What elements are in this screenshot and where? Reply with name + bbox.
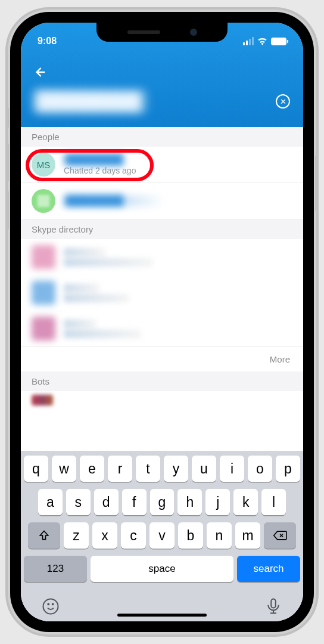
key-numeric[interactable]: 123 [24,556,87,582]
mute-switch [5,107,9,128]
svg-point-0 [43,599,58,614]
key-shift[interactable] [28,522,60,549]
kb-row-2: a s d f g h j k l [24,489,300,515]
section-people: People [21,127,303,147]
kb-row-1: q w e r t y u i o p [24,456,300,482]
contact-name [64,248,105,256]
avatar [32,245,55,269]
more-button[interactable]: More [21,347,303,371]
contact-subtitle [64,258,153,267]
key-q[interactable]: q [24,456,48,482]
key-s[interactable]: s [66,489,91,515]
svg-rect-3 [271,599,276,608]
people-row[interactable]: MS ████████ Chatted 2 days ago [21,147,303,183]
key-b[interactable]: b [178,522,203,549]
key-y[interactable]: y [164,456,188,482]
contact-name: ████████ [64,154,126,166]
key-n[interactable]: n [207,522,232,549]
key-a[interactable]: a [38,489,63,515]
clock: 9:08 [38,36,57,47]
cellular-icon [243,37,254,45]
directory-row[interactable] [21,275,303,311]
key-c[interactable]: c [121,522,146,549]
kb-row-4: 123 space search [24,556,300,582]
avatar [32,189,55,213]
key-r[interactable]: r [108,456,132,482]
volume-up [5,143,9,182]
kb-row-3: z x c v b n m [24,522,300,549]
avatar [32,395,53,405]
key-j[interactable]: j [205,489,230,515]
key-k[interactable]: k [233,489,258,515]
contact-name: ████████ [64,195,165,207]
key-e[interactable]: e [80,456,104,482]
key-d[interactable]: d [94,489,119,515]
key-o[interactable]: o [248,456,272,482]
section-directory: Skype directory [21,219,303,239]
speaker-grille [127,30,160,34]
kb-bottom [24,589,300,615]
emoji-icon[interactable] [42,597,60,615]
contact-subtitle [64,330,141,338]
contact-subtitle: Chatted 2 days ago [64,166,292,175]
battery-icon [271,38,286,45]
key-i[interactable]: i [220,456,244,482]
search-input[interactable]: ████████ [34,90,147,113]
svg-point-2 [52,603,54,605]
avatar: MS [32,153,55,177]
directory-row[interactable] [21,311,303,347]
avatar [32,281,55,305]
key-t[interactable]: t [136,456,160,482]
status-icons [243,37,286,45]
people-row[interactable]: ████████ [21,183,303,219]
results: People MS ████████ Chatted 2 days ago ██… [21,127,303,451]
clear-search-button[interactable]: ✕ [276,94,290,109]
key-space[interactable]: space [91,556,233,582]
key-h[interactable]: h [177,489,202,515]
key-v[interactable]: v [149,522,175,549]
front-camera [190,29,197,36]
power-button [315,155,319,212]
home-indicator[interactable] [117,614,207,617]
avatar [32,317,55,340]
contact-name [64,320,96,328]
screen: 9:08 ████████ ✕ People MS [21,23,303,621]
wifi-icon [257,38,267,45]
key-x[interactable]: x [92,522,117,549]
key-w[interactable]: w [52,456,76,482]
key-g[interactable]: g [150,489,175,515]
svg-point-1 [48,603,49,605]
bot-row[interactable] [21,391,303,409]
section-bots: Bots [21,371,303,391]
key-search[interactable]: search [237,556,300,582]
contact-subtitle [64,294,129,302]
back-button[interactable] [34,64,47,83]
notch [96,23,228,42]
key-f[interactable]: f [122,489,147,515]
directory-row[interactable] [21,239,303,275]
phone-frame: 9:08 ████████ ✕ People MS [10,12,314,632]
mic-icon[interactable] [264,597,282,615]
key-m[interactable]: m [235,522,260,549]
search-header: ████████ ✕ [21,52,303,127]
key-l[interactable]: l [261,489,286,515]
volume-down [5,191,9,230]
key-backspace[interactable] [264,522,296,549]
key-p[interactable]: p [276,456,300,482]
key-z[interactable]: z [64,522,89,549]
contact-name [64,284,99,292]
key-u[interactable]: u [192,456,216,482]
keyboard: q w e r t y u i o p a s d f g h j k l [21,451,303,621]
